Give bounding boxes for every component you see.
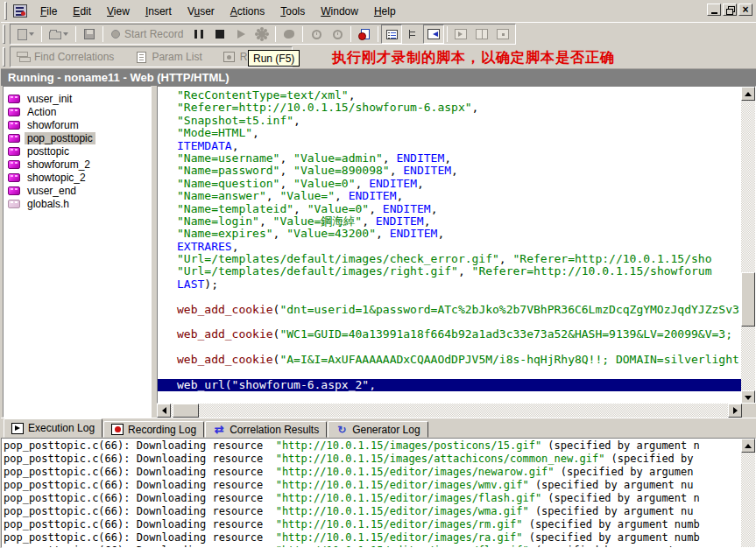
menu-bar: FileEditViewInsertVuserActionsToolsWindo…: [1, 0, 756, 23]
toolbar1-grip[interactable]: [3, 25, 5, 44]
separator: [378, 26, 378, 42]
run-step-button[interactable]: [450, 25, 471, 44]
code-line[interactable]: [158, 367, 741, 379]
tree-item-Action[interactable]: Action: [4, 105, 151, 118]
scroll-left-button[interactable]: [157, 404, 171, 418]
editor-vertical-scrollbar[interactable]: [741, 87, 755, 404]
tree-view-button[interactable]: [402, 25, 423, 44]
scroll-down-button[interactable]: [741, 390, 755, 404]
code-line[interactable]: "Mode=HTML",: [158, 127, 741, 139]
toolbar2-grip[interactable]: [3, 47, 5, 67]
scroll-track[interactable]: [741, 453, 755, 547]
runtime-settings-button[interactable]: [354, 25, 375, 44]
scroll-track[interactable]: [171, 404, 728, 418]
tree-item-showforum_2[interactable]: showforum_2: [4, 158, 151, 171]
menu-file[interactable]: File: [32, 2, 65, 21]
code-line[interactable]: "Name=question", "Value=0", ENDITEM,: [158, 178, 741, 190]
minimize-button[interactable]: [707, 4, 721, 16]
breakpoint-button[interactable]: [492, 25, 513, 44]
split-view-button[interactable]: [471, 25, 492, 44]
tree-item-pop_posttopic[interactable]: pop_posttopic: [4, 131, 151, 144]
script-view-button[interactable]: [381, 25, 402, 44]
menu-tools[interactable]: Tools: [272, 2, 313, 21]
play-icon: [237, 30, 245, 39]
code-line[interactable]: "Name=login", "Value=鋼海綽", ENDITEM,: [158, 215, 741, 228]
compile-button[interactable]: [279, 25, 300, 44]
tree-item-showforum[interactable]: showforum: [4, 118, 151, 131]
show-replay-time-button[interactable]: [327, 25, 348, 44]
code-line[interactable]: web_add_cookie("WC1=GUID=40a13991a18f664…: [158, 328, 741, 341]
log-line: pop_posttopic.c(66): Downloading resourc…: [4, 505, 741, 518]
editor-wrap: "RecContentType=text/xml","Referer=http:…: [157, 86, 756, 418]
scroll-thumb[interactable]: [173, 404, 199, 418]
restore-button[interactable]: [723, 4, 737, 16]
tree-item-posttopic[interactable]: posttopic: [4, 144, 151, 158]
code-line[interactable]: "Referer=http://10.0.1.15/showforum-6.as…: [158, 102, 741, 114]
scroll-track[interactable]: [741, 101, 755, 390]
code-segment: ENDITEM: [383, 202, 431, 215]
open-button[interactable]: [45, 25, 73, 44]
code-segment: ,: [293, 114, 300, 127]
stop-button[interactable]: [209, 25, 230, 44]
param-list-button[interactable]: Param List: [132, 47, 206, 67]
new-script-button[interactable]: [12, 25, 39, 44]
tab-correlation-results[interactable]: ⇄Correlation Results: [205, 421, 327, 438]
find-correlations-button[interactable]: Find Correlations: [12, 47, 118, 67]
close-button[interactable]: ×: [738, 4, 752, 16]
menu-insert[interactable]: Insert: [138, 2, 180, 21]
code-line[interactable]: "Name=expires", "Value=43200", ENDITEM,: [158, 228, 741, 240]
tree-item-vuser_end[interactable]: vuser_end: [4, 184, 151, 197]
menu-view[interactable]: View: [99, 2, 138, 21]
code-line[interactable]: LAST);: [158, 278, 741, 291]
code-line[interactable]: "Url=/templates/default/images/right.gif…: [158, 265, 741, 278]
code-line[interactable]: "Name=username", "Value=admin", ENDITEM,: [158, 152, 741, 165]
tab-recording-log[interactable]: Recording Log: [103, 421, 204, 438]
tree-item-vuser_init[interactable]: vuser_init: [4, 92, 151, 105]
start-record-button[interactable]: Start Record: [106, 25, 188, 44]
code-line[interactable]: [158, 341, 741, 354]
code-editor[interactable]: "RecContentType=text/xml","Referer=http:…: [157, 86, 756, 404]
menu-help[interactable]: Help: [366, 2, 404, 21]
run-button[interactable]: [230, 25, 251, 44]
scroll-thumb[interactable]: [741, 272, 755, 327]
snapshot-view-button[interactable]: [423, 25, 444, 44]
menu-edit[interactable]: Edit: [65, 2, 99, 21]
tab-generator-log[interactable]: ↻Generator Log: [328, 421, 427, 438]
code-segment: ,: [376, 227, 390, 240]
code-line[interactable]: web_add_cookie("dnt=userid=1&password=AT…: [158, 304, 741, 316]
app-icon[interactable]: [13, 4, 27, 18]
code-line[interactable]: "Name=answer", "Value=", ENDITEM,: [158, 190, 741, 202]
code-line-selected[interactable]: web_url("showforum-6.aspx_2",: [158, 379, 741, 391]
code-segment: ,: [444, 151, 451, 165]
menu-window[interactable]: Window: [313, 2, 366, 21]
show-recording-time-button[interactable]: [306, 25, 327, 44]
tree-item-globals.h[interactable]: globals.h: [4, 197, 151, 210]
save-button[interactable]: [79, 25, 100, 44]
menubar-grip[interactable]: [4, 2, 7, 20]
log-line: pop_posttopic.c(66): Downloading resourc…: [4, 439, 741, 453]
code-line[interactable]: "RecContentType=text/xml",: [158, 89, 741, 102]
log-line: pop_posttopic.c(66): Downloading resourc…: [4, 544, 741, 548]
editor-horizontal-scrollbar[interactable]: [157, 404, 742, 418]
code-line[interactable]: web_add_cookie("A=I&I=AxUFAAAAAADxCQAAOd…: [158, 354, 741, 366]
code-line[interactable]: ITEMDATA,: [158, 140, 741, 152]
scroll-up-button[interactable]: [741, 87, 755, 101]
run-settings-button[interactable]: [251, 25, 272, 44]
tree-item-showtopic_2[interactable]: showtopic_2: [4, 171, 151, 184]
code-line[interactable]: [158, 316, 741, 328]
pause-button[interactable]: [188, 25, 209, 44]
code-line[interactable]: "Url=/templates/default/images/check_err…: [158, 253, 741, 265]
log-vertical-scrollbar[interactable]: [741, 439, 755, 547]
scroll-up-button[interactable]: [741, 439, 755, 453]
tab-execution-log[interactable]: Execution Log: [4, 418, 102, 438]
menu-vuser[interactable]: Vuser: [180, 2, 223, 21]
code-line[interactable]: [158, 291, 741, 303]
code-line[interactable]: EXTRARES,: [158, 241, 741, 253]
main-area: vuser_initActionshowforumpop_posttopicpo…: [1, 86, 756, 418]
menu-actions[interactable]: Actions: [223, 2, 272, 21]
code-line[interactable]: "Snapshot=t5.inf",: [158, 115, 741, 127]
code-line[interactable]: "Name=password", "Value=890098", ENDITEM…: [158, 165, 741, 177]
scroll-right-button[interactable]: [728, 404, 742, 418]
execution-log-panel: pop_posttopic.c(66): Downloading resourc…: [1, 438, 756, 548]
code-line[interactable]: "Name=templateid", "Value=0", ENDITEM,: [158, 203, 741, 215]
